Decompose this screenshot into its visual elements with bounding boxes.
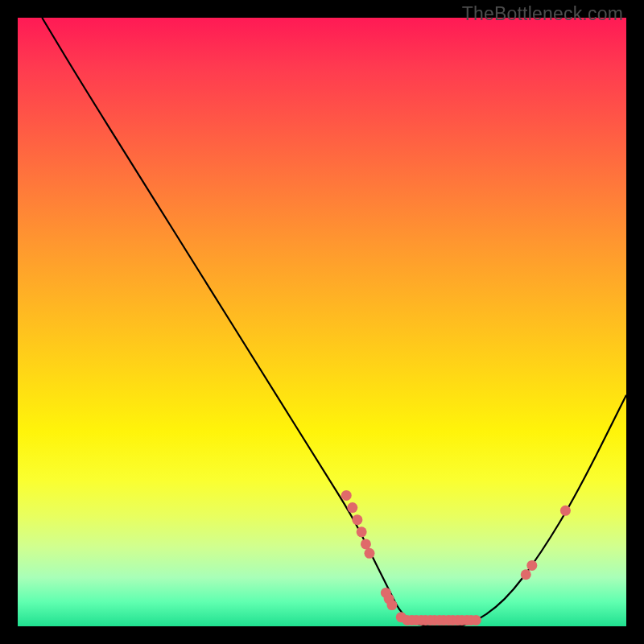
plot-area (18, 18, 626, 626)
scatter-point (357, 526, 367, 537)
scatter-point (386, 600, 397, 610)
curve-path (42, 18, 626, 626)
scatter-point (347, 502, 357, 513)
scatter-point (526, 560, 537, 571)
scatter-point (471, 615, 481, 625)
watermark-text: TheBottleneck.com (462, 3, 623, 25)
scatter-point (560, 506, 571, 516)
scatter-point (364, 548, 374, 559)
scatter-point (352, 514, 362, 525)
chart-svg (18, 18, 626, 626)
chart-frame (18, 18, 626, 626)
curve-line (42, 18, 626, 626)
scatter-point (361, 539, 371, 549)
scatter-point (521, 569, 531, 580)
scatter-point (341, 490, 352, 501)
